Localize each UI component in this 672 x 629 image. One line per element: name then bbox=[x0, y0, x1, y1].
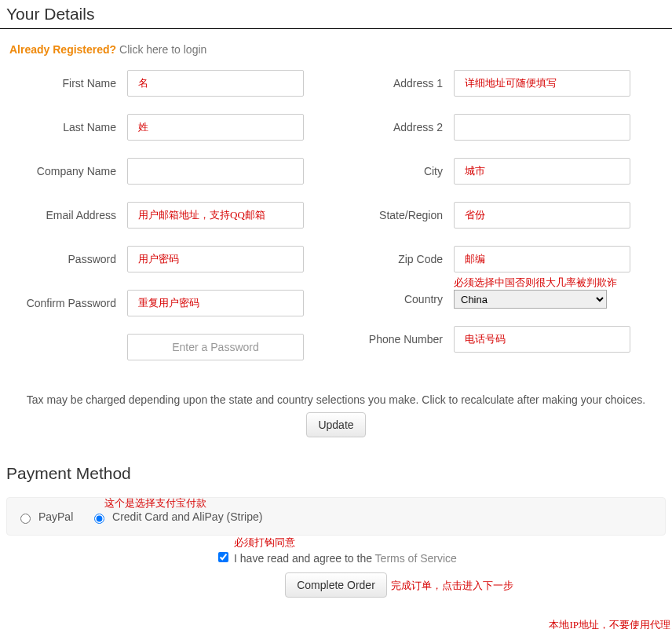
tax-note: Tax may be charged depending upon the st… bbox=[0, 378, 672, 412]
label-company: Company Name bbox=[9, 165, 127, 177]
update-button[interactable]: Update bbox=[306, 412, 365, 437]
label-phone: Phone Number bbox=[336, 333, 454, 346]
first-name-input[interactable] bbox=[127, 70, 304, 97]
already-registered-text: Already Registered? bbox=[9, 43, 116, 56]
company-input[interactable] bbox=[127, 158, 304, 185]
tos-text: I have read and agree to the bbox=[234, 552, 375, 565]
city-input[interactable] bbox=[454, 158, 630, 185]
complete-order-button[interactable]: Complete Order bbox=[285, 572, 387, 598]
addr1-input[interactable] bbox=[454, 70, 630, 97]
phone-input[interactable] bbox=[454, 326, 630, 353]
paypal-label: PayPal bbox=[38, 510, 73, 523]
section-title-details: Your Details bbox=[0, 0, 672, 29]
label-zip: Zip Code bbox=[336, 253, 454, 265]
email-input[interactable] bbox=[127, 202, 304, 229]
tos-checkbox[interactable] bbox=[218, 552, 228, 562]
annot-payment: 这个是选择支付宝付款 bbox=[104, 496, 206, 510]
confirm-password-input[interactable] bbox=[127, 290, 304, 316]
label-addr1: Address 1 bbox=[336, 77, 454, 90]
payment-method-bar: 这个是选择支付宝付款 PayPal Credit Card and AliPay… bbox=[6, 497, 666, 536]
annot-ip: 本地IP地址，不要使用代理 bbox=[549, 618, 670, 629]
label-addr2: Address 2 bbox=[336, 121, 454, 133]
label-country: Country bbox=[336, 293, 454, 305]
addr2-input[interactable] bbox=[454, 114, 630, 141]
annot-tos: 必须打钩同意 bbox=[234, 536, 295, 550]
label-email: Email Address bbox=[9, 209, 127, 221]
label-city: City bbox=[336, 165, 454, 177]
label-confirm: Confirm Password bbox=[9, 297, 127, 309]
tos-row: 必须打钩同意 I have read and agree to the Term… bbox=[0, 543, 672, 572]
last-name-input[interactable] bbox=[127, 114, 304, 141]
annot-country: 必须选择中国否则很大几率被判欺诈 bbox=[454, 276, 617, 290]
enter-password-input[interactable] bbox=[127, 334, 304, 360]
paypal-radio[interactable] bbox=[20, 514, 31, 524]
zip-input[interactable] bbox=[454, 246, 630, 272]
login-link[interactable]: Click here to login bbox=[119, 43, 206, 56]
login-line: Already Registered? Click here to login bbox=[0, 38, 672, 70]
password-input[interactable] bbox=[127, 246, 304, 272]
section-title-payment: Payment Method bbox=[0, 459, 672, 488]
label-first-name: First Name bbox=[9, 77, 127, 90]
state-input[interactable] bbox=[454, 202, 630, 229]
annot-complete: 完成订单，点击进入下一步 bbox=[391, 579, 513, 593]
stripe-option[interactable]: Credit Card and AliPay (Stripe) bbox=[90, 510, 262, 523]
label-state: State/Region bbox=[336, 209, 454, 221]
stripe-label: Credit Card and AliPay (Stripe) bbox=[112, 510, 262, 523]
label-last-name: Last Name bbox=[9, 121, 127, 133]
tos-link[interactable]: Terms of Service bbox=[375, 552, 457, 565]
country-select[interactable]: China bbox=[454, 290, 607, 309]
stripe-radio[interactable] bbox=[94, 514, 104, 524]
paypal-option[interactable]: PayPal bbox=[16, 510, 76, 523]
label-password: Password bbox=[9, 253, 127, 265]
